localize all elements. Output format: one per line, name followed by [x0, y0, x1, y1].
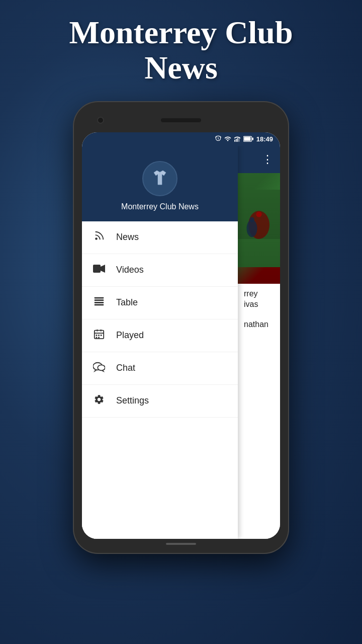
alarm-icon	[215, 135, 222, 142]
svg-rect-5	[252, 138, 253, 140]
drawer-menu: News Videos	[82, 221, 238, 539]
calendar-icon	[92, 329, 106, 343]
navigation-drawer: Monterrey Club News News	[82, 146, 238, 539]
svg-rect-27	[98, 337, 100, 338]
svg-rect-25	[101, 335, 102, 336]
svg-rect-16	[95, 299, 104, 301]
menu-label-settings: Settings	[116, 395, 149, 406]
menu-item-settings[interactable]: Settings	[82, 385, 238, 418]
svg-rect-2	[237, 138, 238, 142]
menu-label-chat: Chat	[116, 363, 135, 373]
drawer-header: Monterrey Club News	[82, 146, 238, 221]
menu-item-table[interactable]: Table	[82, 287, 238, 319]
svg-rect-24	[98, 335, 100, 336]
phone-frame: 18:49	[73, 101, 289, 554]
menu-label-videos: Videos	[116, 265, 144, 275]
svg-rect-26	[96, 337, 98, 338]
menu-label-table: Table	[116, 297, 138, 308]
svg-rect-3	[239, 137, 240, 142]
svg-rect-13	[93, 265, 101, 273]
menu-item-videos[interactable]: Videos	[82, 254, 238, 287]
wifi-icon	[224, 135, 231, 142]
menu-label-news: News	[116, 232, 139, 243]
svg-rect-0	[234, 140, 235, 142]
phone-bottom	[82, 539, 280, 549]
rss-icon	[92, 230, 106, 245]
svg-point-12	[95, 237, 98, 240]
news-title-2: nathan	[244, 319, 274, 330]
app-avatar	[142, 161, 177, 196]
overflow-menu-icon[interactable]: ⋮	[262, 153, 274, 166]
svg-rect-6	[244, 137, 250, 141]
status-icons	[215, 135, 253, 142]
drawer-app-name: Monterrey Club News	[121, 202, 199, 211]
menu-item-played[interactable]: Played	[82, 319, 238, 352]
svg-rect-1	[236, 139, 237, 142]
svg-point-29	[98, 365, 105, 370]
svg-rect-15	[95, 297, 104, 299]
status-time: 18:49	[256, 135, 273, 143]
camera	[97, 117, 104, 124]
news-image	[238, 173, 280, 284]
table-icon	[92, 296, 106, 310]
jersey-icon	[150, 169, 170, 189]
news-text-area-1: rrey ivas	[238, 284, 280, 315]
gear-icon	[92, 394, 106, 408]
main-content: ⋮	[238, 146, 280, 539]
video-icon	[92, 263, 106, 277]
page-title: Monterrey ClubNews	[49, 0, 313, 96]
news-title-1: rrey ivas	[244, 289, 274, 310]
svg-rect-23	[96, 335, 98, 336]
chat-icon	[92, 361, 106, 375]
signal-icon	[234, 135, 241, 142]
speaker	[161, 118, 201, 122]
svg-rect-18	[95, 304, 104, 305]
svg-rect-17	[95, 302, 104, 303]
home-indicator	[166, 543, 196, 545]
battery-icon	[243, 135, 253, 142]
screen-content: Monterrey Club News News	[82, 146, 280, 539]
status-bar: 18:49	[82, 132, 280, 146]
svg-marker-14	[101, 265, 105, 273]
menu-label-played: Played	[116, 330, 144, 341]
content-toolbar: ⋮	[238, 146, 280, 173]
news-text-area-2: nathan	[238, 314, 280, 335]
content-area: rrey ivas nathan	[238, 173, 280, 539]
phone-top	[82, 110, 280, 130]
phone-screen: 18:49	[82, 132, 280, 539]
menu-item-news[interactable]: News	[82, 221, 238, 254]
menu-item-chat[interactable]: Chat	[82, 352, 238, 385]
